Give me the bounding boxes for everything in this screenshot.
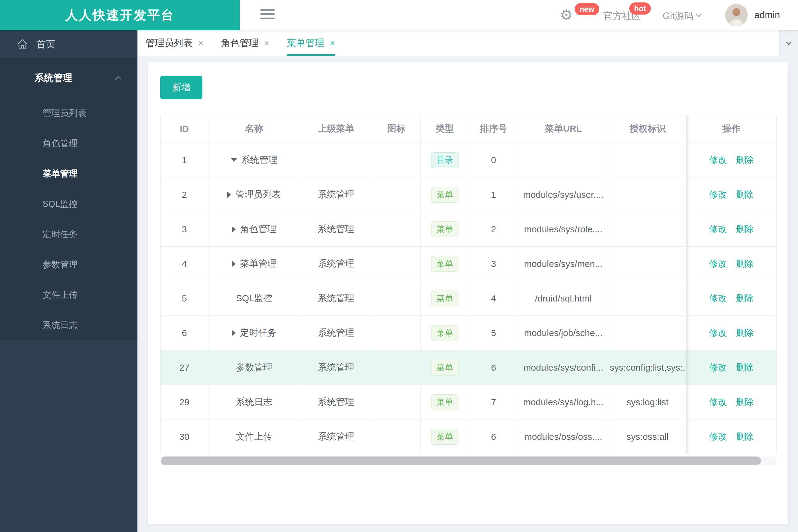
delete-link[interactable]: 删除 xyxy=(736,327,754,339)
cell-menu-url: modules/sys/men... xyxy=(518,247,609,281)
sidebar-item-menu-mgmt[interactable]: 菜单管理 xyxy=(0,158,137,189)
chevron-down-icon xyxy=(786,39,791,45)
new-badge: new xyxy=(575,3,599,15)
column-header: 类型 xyxy=(421,115,469,143)
tree-expand-icon[interactable] xyxy=(232,261,236,267)
edit-link[interactable]: 修改 xyxy=(709,154,727,166)
app-root: 人人快速开发平台 ⚙ new 官方社区 hot Git源码 admin 首页 xyxy=(0,0,798,532)
cell-menu-url: modules/sys/confi... xyxy=(518,350,609,385)
delete-link[interactable]: 删除 xyxy=(736,431,754,443)
delete-link[interactable]: 删除 xyxy=(736,292,754,305)
cell-id: 2 xyxy=(161,177,208,212)
menu-name: 管理员列表 xyxy=(236,188,281,201)
chevron-up-icon xyxy=(115,76,122,82)
sidebar-item-config[interactable]: 参数管理 xyxy=(0,249,137,280)
delete-link[interactable]: 删除 xyxy=(736,223,754,235)
edit-link[interactable]: 修改 xyxy=(709,292,727,305)
cell-order: 6 xyxy=(469,350,518,385)
cell-order: 4 xyxy=(469,281,518,316)
delete-link[interactable]: 删除 xyxy=(736,189,754,201)
delete-link[interactable]: 删除 xyxy=(736,258,754,270)
horizontal-scrollbar-track[interactable] xyxy=(160,456,777,465)
sidebar-item-sql-monitor[interactable]: SQL监控 xyxy=(0,189,137,219)
cell-perms xyxy=(609,212,686,247)
sidebar-item-log[interactable]: 系统日志 xyxy=(0,310,137,340)
cell-perms xyxy=(609,316,686,350)
cell-actions: 修改删除 xyxy=(686,350,777,385)
edit-link[interactable]: 修改 xyxy=(709,431,727,443)
menu-name: 菜单管理 xyxy=(240,258,276,270)
tab-label: 角色管理 xyxy=(221,37,259,50)
chevron-down-icon xyxy=(696,11,702,17)
sidebar-section-toggle[interactable]: 系统管理 xyxy=(0,58,137,98)
tab-close-icon[interactable]: × xyxy=(198,38,203,48)
column-header: ID xyxy=(161,115,208,143)
cell-name: 系统管理 xyxy=(208,143,300,177)
cell-parent-menu: 系统管理 xyxy=(300,385,372,419)
tree-expand-icon[interactable] xyxy=(227,192,231,198)
hamburger-menu-icon[interactable] xyxy=(260,9,275,21)
cell-actions: 修改删除 xyxy=(686,316,777,350)
cell-id: 3 xyxy=(161,212,208,247)
cell-parent-menu: 系统管理 xyxy=(300,177,372,212)
tab-role-mgmt[interactable]: 角色管理× xyxy=(221,30,269,56)
sidebar-item-job[interactable]: 定时任务 xyxy=(0,219,137,249)
cell-perms xyxy=(609,281,686,316)
username[interactable]: admin xyxy=(754,10,780,21)
top-header: 人人快速开发平台 ⚙ new 官方社区 hot Git源码 admin xyxy=(0,0,798,30)
type-badge: 菜单 xyxy=(431,187,459,203)
sidebar-submenu: 管理员列表角色管理菜单管理SQL监控定时任务参数管理文件上传系统日志 xyxy=(0,98,137,340)
menu-name: 系统管理 xyxy=(241,154,278,166)
menu-name: 文件上传 xyxy=(236,431,273,443)
cell-perms xyxy=(609,247,686,281)
column-header: 排序号 xyxy=(469,115,518,143)
cell-order: 2 xyxy=(469,212,518,247)
tab-admin-list[interactable]: 管理员列表× xyxy=(146,30,203,56)
sidebar-item-role-mgmt[interactable]: 角色管理 xyxy=(0,128,137,158)
cell-type: 菜单 xyxy=(421,177,469,212)
gear-icon[interactable]: ⚙ xyxy=(560,6,573,24)
edit-link[interactable]: 修改 xyxy=(709,327,727,339)
type-badge: 目录 xyxy=(431,152,459,168)
column-header: 菜单URL xyxy=(518,115,609,143)
cell-menu-url: modules/oss/oss.... xyxy=(518,419,609,454)
cell-name: SQL监控 xyxy=(208,281,300,316)
cell-type: 菜单 xyxy=(421,212,469,247)
cell-id: 27 xyxy=(161,350,208,385)
edit-link[interactable]: 修改 xyxy=(709,189,727,201)
tab-close-icon[interactable]: × xyxy=(264,38,269,48)
tab-menu-mgmt[interactable]: 菜单管理× xyxy=(287,30,335,56)
cell-perms: sys:log:list xyxy=(609,385,686,419)
cell-type: 菜单 xyxy=(421,419,469,454)
edit-link[interactable]: 修改 xyxy=(709,223,727,235)
avatar[interactable] xyxy=(725,4,748,26)
edit-link[interactable]: 修改 xyxy=(709,258,727,270)
cell-parent-menu: 系统管理 xyxy=(300,350,372,385)
cell-parent-menu xyxy=(300,143,372,177)
edit-link[interactable]: 修改 xyxy=(709,362,727,374)
cell-menu-url: modules/sys/log.h... xyxy=(518,385,609,419)
edit-link[interactable]: 修改 xyxy=(709,396,727,408)
column-header: 图标 xyxy=(372,115,421,143)
tree-collapse-icon[interactable] xyxy=(231,158,237,162)
add-button[interactable]: 新增 xyxy=(160,76,202,99)
delete-link[interactable]: 删除 xyxy=(736,396,754,408)
type-badge: 菜单 xyxy=(431,290,459,306)
delete-link[interactable]: 删除 xyxy=(736,154,754,166)
cell-icon xyxy=(372,350,421,385)
cell-name: 菜单管理 xyxy=(208,247,300,281)
nav-git-source[interactable]: Git源码 xyxy=(663,10,693,22)
cell-type: 菜单 xyxy=(421,350,469,385)
horizontal-scrollbar-thumb[interactable] xyxy=(161,456,761,465)
hot-badge: hot xyxy=(629,2,651,15)
tree-expand-icon[interactable] xyxy=(232,330,236,336)
sidebar-item-home[interactable]: 首页 xyxy=(0,30,137,58)
sidebar-item-oss[interactable]: 文件上传 xyxy=(0,280,137,310)
sidebar: 首页 系统管理 管理员列表角色管理菜单管理SQL监控定时任务参数管理文件上传系统… xyxy=(0,30,137,532)
delete-link[interactable]: 删除 xyxy=(736,362,754,374)
tree-expand-icon[interactable] xyxy=(232,226,236,232)
tab-overflow-button[interactable] xyxy=(779,30,798,56)
cell-perms xyxy=(609,143,686,177)
tab-close-icon[interactable]: × xyxy=(330,38,335,48)
sidebar-item-admin-list[interactable]: 管理员列表 xyxy=(0,98,137,128)
